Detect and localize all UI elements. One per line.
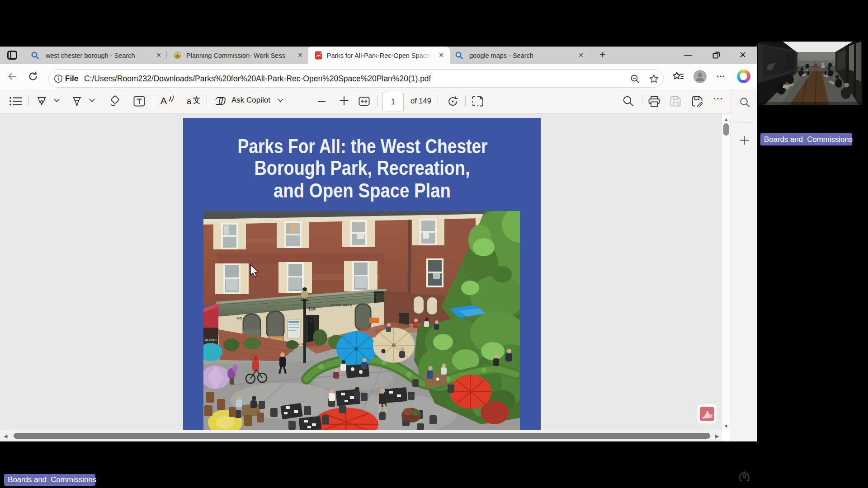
svg-text:ar.com: ar.com xyxy=(205,338,217,342)
svg-text:GOOD BAYS: GOOD BAYS xyxy=(330,303,353,307)
svg-text:Borough Park, Recreation,: Borough Park, Recreation, xyxy=(255,157,470,179)
svg-text:116: 116 xyxy=(308,306,316,311)
svg-text:NO: NO xyxy=(237,316,242,320)
svg-text:and Open Space Plan: and Open Space Plan xyxy=(274,180,451,202)
svg-text:Parks For All: the West Cheste: Parks For All: the West Chester xyxy=(238,136,488,157)
